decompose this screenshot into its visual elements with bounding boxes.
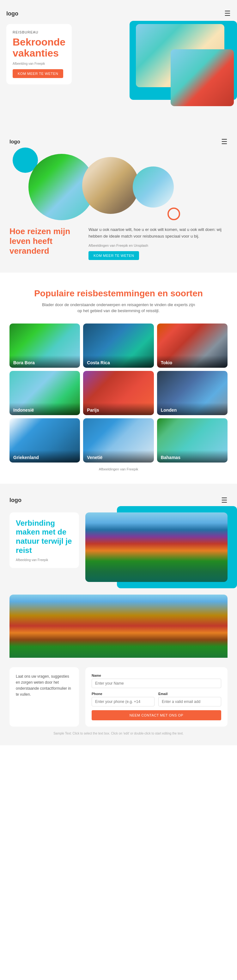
nature-logo: logo <box>10 497 21 504</box>
destinations-subtitle: Blader door de onderstaande onderwerpen … <box>40 302 197 314</box>
destinations-credit: Afbeeldingen van Freepik <box>10 467 227 471</box>
nature-content: Verbinding maken met de natuur terwijl j… <box>10 512 227 582</box>
contact-layout: Laat ons uw vragen, suggesties en zorgen… <box>10 667 227 727</box>
dest-card-bahamas[interactable]: Bahamas <box>157 418 227 463</box>
hero-card: REISBUREAU Bekroonde vakanties Afbeeldin… <box>6 24 72 84</box>
email-field-group: Email <box>158 692 221 706</box>
name-field-group: Name <box>92 673 221 688</box>
landscape-gradient <box>10 595 227 664</box>
hero-layout: REISBUREAU Bekroonde vakanties Afbeeldin… <box>6 24 231 113</box>
circle-group-people <box>82 157 139 214</box>
contact-submit-button[interactable]: NEEM CONTACT MET ONS OP <box>92 710 221 720</box>
s2-body-text: Waar u ook naartoe wilt, hoe u er ook wi… <box>89 226 227 240</box>
freepik-link[interactable]: Freepik <box>116 243 128 247</box>
ocean-view-image <box>133 167 174 208</box>
indonesie-label: Indonesië <box>10 403 80 415</box>
dest-card-parijs[interactable]: Parijs <box>83 371 154 415</box>
londen-label: Londen <box>157 403 227 415</box>
dest-card-griekenland[interactable]: Griekenland <box>10 418 80 463</box>
hero-logo: logo <box>6 10 18 17</box>
phone-label: Phone <box>92 692 154 696</box>
phone-field-group: Phone <box>92 692 154 706</box>
nature-section-wrapper: logo ☰ Verbinding maken met de natuur te… <box>0 484 237 745</box>
phone-email-row: Phone Email <box>92 692 221 706</box>
mountain-forest-image <box>85 512 227 582</box>
sample-text: Sample Text: Click to select the text bo… <box>10 731 227 736</box>
nature-title: Verbinding maken met de natuur terwijl j… <box>16 519 73 555</box>
hero-image-credit: Afbeelding van Freepik <box>13 62 65 65</box>
dest-card-indonesie[interactable]: Indonesië <box>10 371 80 415</box>
name-label: Name <box>92 673 221 677</box>
destinations-grid: Bora Bora Costa Rica Tokio Indonesië Par… <box>10 323 227 463</box>
hamburger-icon[interactable]: ☰ <box>224 10 231 18</box>
hero-label: REISBUREAU <box>13 30 65 34</box>
costarica-label: Costa Rica <box>83 355 154 368</box>
nature-hamburger-icon[interactable]: ☰ <box>221 496 227 504</box>
contact-info-card: Laat ons uw vragen, suggesties en zorgen… <box>10 667 79 727</box>
hero-section: logo ☰ REISBUREAU Bekroonde vakanties Af… <box>0 0 237 125</box>
name-input[interactable] <box>92 679 221 688</box>
bahamas-label: Bahamas <box>157 450 227 463</box>
orange-circle-decoration <box>167 208 180 220</box>
tokio-label: Tokio <box>157 355 227 368</box>
s2-col-right: Waar u ook naartoe wilt, hoe u er ook wi… <box>89 226 227 260</box>
dest-card-venetie[interactable]: Venetië <box>83 418 154 463</box>
unsplash-link[interactable]: Unsplash <box>134 243 148 247</box>
s2-two-col: Hoe reizen mijn leven heeft veranderd Wa… <box>10 226 227 260</box>
destinations-section: Populaire reisbestemmingen en soorten Bl… <box>0 273 237 484</box>
circles-area <box>10 151 227 220</box>
nature-side-image <box>85 512 227 582</box>
venetie-label: Venetië <box>83 450 154 463</box>
credit-and: en <box>128 243 134 247</box>
hero-cta-button[interactable]: KOM MEER TE WETEN <box>13 69 63 78</box>
hero-images <box>78 24 231 113</box>
s2-cta-button[interactable]: KOM MEER TE WETEN <box>89 251 139 260</box>
hero-secondary-image <box>171 49 234 106</box>
griekenland-label: Griekenland <box>10 450 80 463</box>
phone-input[interactable] <box>92 697 154 706</box>
destinations-title: Populaire reisbestemmingen en soorten <box>10 288 227 299</box>
contact-info-text: Laat ons uw vragen, suggesties en zorgen… <box>16 673 73 698</box>
dest-card-londen[interactable]: Londen <box>157 371 227 415</box>
hero-title: Bekroonde vakanties <box>13 37 65 59</box>
nature-top-row: Verbinding maken met de natuur terwijl j… <box>10 512 227 582</box>
email-label: Email <box>158 692 221 696</box>
s2-header: logo ☰ <box>10 138 227 146</box>
s2-hamburger-icon[interactable]: ☰ <box>221 138 227 146</box>
nature-info-card: Verbinding maken met de natuur terwijl j… <box>10 512 79 568</box>
parijs-label: Parijs <box>83 403 154 415</box>
travel-changed-section: logo ☰ Hoe reizen mijn leven heeft veran… <box>0 125 237 273</box>
nature-credit: Afbeelding van Freepik <box>16 558 73 562</box>
credit-prefix: Afbeeldingen van <box>89 243 116 247</box>
contact-section: Laat ons uw vragen, suggesties en zorgen… <box>0 658 237 745</box>
email-input[interactable] <box>158 697 221 706</box>
dest-card-tokio[interactable]: Tokio <box>157 323 227 368</box>
s2-logo: logo <box>10 139 20 145</box>
group-people-image <box>82 157 139 214</box>
nature-landscape-image <box>10 595 227 664</box>
hero-header: logo ☰ <box>6 10 231 18</box>
woman-red-image <box>171 49 234 106</box>
s2-credit: Afbeeldingen van Freepik en Unsplash <box>89 243 227 247</box>
nature-header: logo ☰ <box>10 496 227 504</box>
borabora-label: Bora Bora <box>10 355 80 368</box>
nature-section: logo ☰ Verbinding maken met de natuur te… <box>0 484 237 595</box>
circle-ocean <box>133 167 174 208</box>
s2-col-left: Hoe reizen mijn leven heeft veranderd <box>10 226 79 256</box>
contact-form-card: Name Phone Email NEEM CONTACT MET ONS OP <box>85 667 227 727</box>
s2-title: Hoe reizen mijn leven heeft veranderd <box>10 226 79 256</box>
dest-card-costarica[interactable]: Costa Rica <box>83 323 154 368</box>
dest-card-borabora[interactable]: Bora Bora <box>10 323 80 368</box>
